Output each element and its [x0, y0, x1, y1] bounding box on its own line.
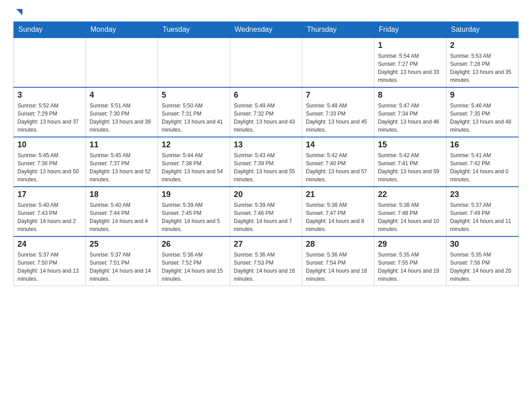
day-number: 6	[234, 90, 298, 100]
weekday-header-tuesday: Tuesday	[158, 22, 230, 38]
day-info: Sunrise: 5:35 AMSunset: 7:55 PMDaylight:…	[378, 251, 442, 283]
calendar-cell: 17Sunrise: 5:40 AMSunset: 7:43 PMDayligh…	[14, 187, 86, 236]
weekday-header-friday: Friday	[374, 22, 446, 38]
day-number: 2	[450, 41, 515, 50]
calendar-cell: 16Sunrise: 5:41 AMSunset: 7:42 PMDayligh…	[446, 137, 519, 187]
day-info: Sunrise: 5:46 AMSunset: 7:35 PMDaylight:…	[450, 102, 515, 134]
calendar-cell: 2Sunrise: 5:53 AMSunset: 7:28 PMDaylight…	[446, 38, 519, 87]
page-header	[13, 9, 519, 17]
calendar-cell: 12Sunrise: 5:44 AMSunset: 7:38 PMDayligh…	[158, 137, 230, 187]
day-info: Sunrise: 5:39 AMSunset: 7:45 PMDaylight:…	[162, 201, 226, 233]
logo	[13, 9, 24, 17]
day-info: Sunrise: 5:37 AMSunset: 7:49 PMDaylight:…	[450, 201, 515, 233]
day-number: 3	[17, 90, 82, 100]
day-info: Sunrise: 5:37 AMSunset: 7:51 PMDaylight:…	[90, 251, 154, 283]
day-info: Sunrise: 5:45 AMSunset: 7:37 PMDaylight:…	[90, 151, 154, 184]
day-number: 20	[234, 190, 298, 199]
calendar-cell: 15Sunrise: 5:42 AMSunset: 7:41 PMDayligh…	[374, 137, 446, 187]
day-info: Sunrise: 5:36 AMSunset: 7:54 PMDaylight:…	[306, 251, 370, 283]
calendar-cell: 28Sunrise: 5:36 AMSunset: 7:54 PMDayligh…	[302, 236, 374, 286]
calendar-cell: 21Sunrise: 5:38 AMSunset: 7:47 PMDayligh…	[302, 187, 374, 236]
day-info: Sunrise: 5:40 AMSunset: 7:44 PMDaylight:…	[90, 201, 154, 233]
day-info: Sunrise: 5:49 AMSunset: 7:32 PMDaylight:…	[234, 102, 298, 134]
day-info: Sunrise: 5:40 AMSunset: 7:43 PMDaylight:…	[17, 201, 82, 233]
day-number: 9	[450, 90, 515, 100]
weekday-header-wednesday: Wednesday	[230, 22, 302, 38]
day-number: 17	[17, 190, 82, 199]
day-number: 23	[450, 190, 515, 199]
calendar-cell: 10Sunrise: 5:45 AMSunset: 7:36 PMDayligh…	[14, 137, 86, 187]
day-info: Sunrise: 5:52 AMSunset: 7:29 PMDaylight:…	[17, 102, 82, 134]
day-number: 28	[306, 240, 370, 249]
calendar-cell: 24Sunrise: 5:37 AMSunset: 7:50 PMDayligh…	[14, 236, 86, 286]
calendar-cell: 18Sunrise: 5:40 AMSunset: 7:44 PMDayligh…	[86, 187, 158, 236]
calendar-cell: 9Sunrise: 5:46 AMSunset: 7:35 PMDaylight…	[446, 87, 519, 137]
day-number: 21	[306, 190, 370, 199]
calendar-week-row: 1Sunrise: 5:54 AMSunset: 7:27 PMDaylight…	[14, 38, 519, 87]
calendar-week-row: 17Sunrise: 5:40 AMSunset: 7:43 PMDayligh…	[14, 187, 519, 236]
calendar-cell: 25Sunrise: 5:37 AMSunset: 7:51 PMDayligh…	[86, 236, 158, 286]
calendar-cell: 7Sunrise: 5:48 AMSunset: 7:33 PMDaylight…	[302, 87, 374, 137]
day-info: Sunrise: 5:43 AMSunset: 7:39 PMDaylight:…	[234, 151, 298, 184]
day-info: Sunrise: 5:36 AMSunset: 7:52 PMDaylight:…	[162, 251, 226, 283]
calendar-cell	[158, 38, 230, 87]
calendar-cell: 19Sunrise: 5:39 AMSunset: 7:45 PMDayligh…	[158, 187, 230, 236]
day-number: 30	[450, 240, 515, 249]
day-info: Sunrise: 5:51 AMSunset: 7:30 PMDaylight:…	[90, 102, 154, 134]
day-info: Sunrise: 5:42 AMSunset: 7:41 PMDaylight:…	[378, 151, 442, 184]
day-info: Sunrise: 5:54 AMSunset: 7:27 PMDaylight:…	[378, 52, 442, 84]
calendar-cell: 5Sunrise: 5:50 AMSunset: 7:31 PMDaylight…	[158, 87, 230, 137]
calendar-cell	[14, 38, 86, 87]
day-number: 4	[90, 90, 154, 100]
calendar-cell: 27Sunrise: 5:36 AMSunset: 7:53 PMDayligh…	[230, 236, 302, 286]
day-number: 8	[378, 90, 442, 100]
day-info: Sunrise: 5:48 AMSunset: 7:33 PMDaylight:…	[306, 102, 370, 134]
calendar-cell: 22Sunrise: 5:38 AMSunset: 7:48 PMDayligh…	[374, 187, 446, 236]
calendar-cell: 3Sunrise: 5:52 AMSunset: 7:29 PMDaylight…	[14, 87, 86, 137]
day-number: 7	[306, 90, 370, 100]
calendar-cell: 29Sunrise: 5:35 AMSunset: 7:55 PMDayligh…	[374, 236, 446, 286]
logo-arrow-icon	[14, 7, 24, 17]
day-info: Sunrise: 5:41 AMSunset: 7:42 PMDaylight:…	[450, 151, 515, 184]
day-number: 5	[162, 90, 226, 100]
calendar-cell	[86, 38, 158, 87]
day-info: Sunrise: 5:38 AMSunset: 7:48 PMDaylight:…	[378, 201, 442, 233]
calendar-table: SundayMondayTuesdayWednesdayThursdayFrid…	[13, 21, 519, 286]
calendar-cell: 8Sunrise: 5:47 AMSunset: 7:34 PMDaylight…	[374, 87, 446, 137]
calendar-cell: 1Sunrise: 5:54 AMSunset: 7:27 PMDaylight…	[374, 38, 446, 87]
day-number: 22	[378, 190, 442, 199]
calendar-cell: 4Sunrise: 5:51 AMSunset: 7:30 PMDaylight…	[86, 87, 158, 137]
calendar-cell: 14Sunrise: 5:42 AMSunset: 7:40 PMDayligh…	[302, 137, 374, 187]
calendar-week-row: 3Sunrise: 5:52 AMSunset: 7:29 PMDaylight…	[14, 87, 519, 137]
calendar-cell: 20Sunrise: 5:39 AMSunset: 7:46 PMDayligh…	[230, 187, 302, 236]
day-info: Sunrise: 5:39 AMSunset: 7:46 PMDaylight:…	[234, 201, 298, 233]
day-info: Sunrise: 5:53 AMSunset: 7:28 PMDaylight:…	[450, 52, 515, 84]
day-number: 15	[378, 140, 442, 150]
day-info: Sunrise: 5:45 AMSunset: 7:36 PMDaylight:…	[17, 151, 82, 184]
day-info: Sunrise: 5:50 AMSunset: 7:31 PMDaylight:…	[162, 102, 226, 134]
day-info: Sunrise: 5:44 AMSunset: 7:38 PMDaylight:…	[162, 151, 226, 184]
day-number: 26	[162, 240, 226, 249]
calendar-week-row: 10Sunrise: 5:45 AMSunset: 7:36 PMDayligh…	[14, 137, 519, 187]
day-number: 14	[306, 140, 370, 150]
day-number: 19	[162, 190, 226, 199]
day-number: 27	[234, 240, 298, 249]
calendar-cell: 23Sunrise: 5:37 AMSunset: 7:49 PMDayligh…	[446, 187, 519, 236]
day-info: Sunrise: 5:36 AMSunset: 7:53 PMDaylight:…	[234, 251, 298, 283]
calendar-cell: 30Sunrise: 5:35 AMSunset: 7:56 PMDayligh…	[446, 236, 519, 286]
day-number: 10	[17, 140, 82, 150]
day-info: Sunrise: 5:37 AMSunset: 7:50 PMDaylight:…	[17, 251, 82, 283]
calendar-cell: 26Sunrise: 5:36 AMSunset: 7:52 PMDayligh…	[158, 236, 230, 286]
calendar-cell: 13Sunrise: 5:43 AMSunset: 7:39 PMDayligh…	[230, 137, 302, 187]
day-info: Sunrise: 5:35 AMSunset: 7:56 PMDaylight:…	[450, 251, 515, 283]
weekday-header-thursday: Thursday	[302, 22, 374, 38]
day-info: Sunrise: 5:38 AMSunset: 7:47 PMDaylight:…	[306, 201, 370, 233]
calendar-week-row: 24Sunrise: 5:37 AMSunset: 7:50 PMDayligh…	[14, 236, 519, 286]
calendar-cell: 11Sunrise: 5:45 AMSunset: 7:37 PMDayligh…	[86, 137, 158, 187]
day-number: 25	[90, 240, 154, 249]
calendar-cell	[230, 38, 302, 87]
day-number: 13	[234, 140, 298, 150]
weekday-header-sunday: Sunday	[14, 22, 86, 38]
day-number: 1	[378, 41, 442, 50]
day-number: 11	[90, 140, 154, 150]
